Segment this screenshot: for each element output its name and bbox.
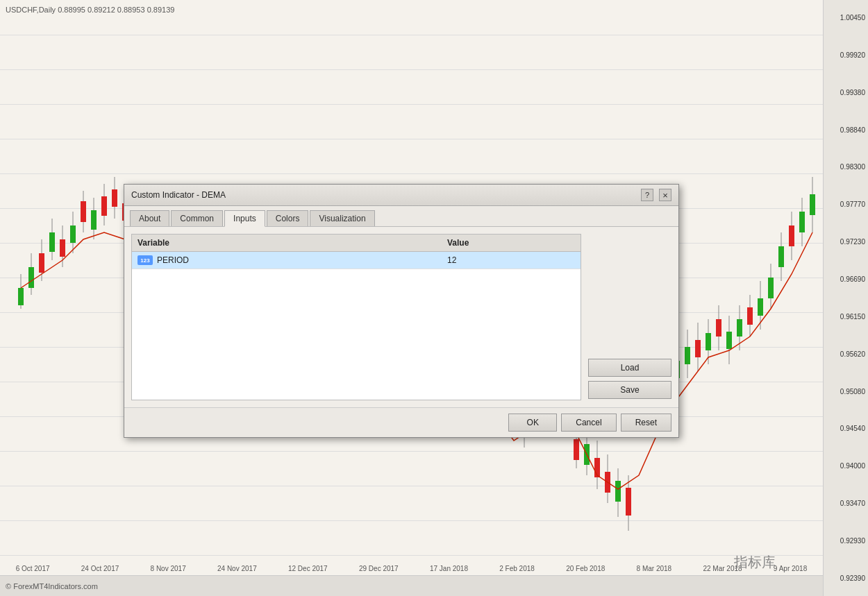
period-icon: 123 (137, 255, 153, 265)
reset-button[interactable]: Reset (621, 414, 671, 432)
price-label: 0.92930 (826, 537, 865, 545)
price-label: 0.99380 (826, 89, 865, 96)
svg-rect-9 (60, 239, 65, 257)
side-buttons: Load Save (588, 234, 671, 400)
x-label: 8 Mar 2018 (637, 565, 672, 572)
tab-common[interactable]: Common (171, 210, 223, 226)
svg-rect-123 (706, 333, 711, 350)
svg-rect-137 (778, 246, 784, 267)
tab-inputs[interactable]: Inputs (224, 210, 265, 227)
x-label: 2 Feb 2018 (499, 565, 535, 572)
x-axis: 6 Oct 2017 24 Oct 2017 8 Nov 2017 24 Nov… (0, 561, 823, 575)
svg-rect-127 (726, 332, 732, 349)
price-label: 0.98840 (826, 126, 865, 134)
dialog-content: Variable Value 123 PERIOD 12 Load Save (124, 227, 678, 407)
x-label: 24 Nov 2017 (217, 565, 257, 572)
tabs-bar: About Common Inputs Colors Visualization (124, 206, 678, 227)
x-label: 8 Nov 2017 (151, 565, 186, 572)
svg-rect-113 (626, 488, 631, 516)
price-label: 0.92390 (826, 574, 865, 582)
svg-rect-119 (685, 347, 690, 364)
price-label: 0.99920 (826, 51, 865, 59)
price-label: 0.97770 (826, 201, 865, 208)
dialog-controls: ? × (641, 189, 671, 201)
price-axis: 1.00450 0.99920 0.99380 0.98840 0.98300 … (823, 0, 868, 596)
dialog-footer: OK Cancel Reset (124, 407, 678, 437)
x-label: 24 Oct 2017 (81, 565, 119, 572)
value-cell[interactable]: 12 (442, 252, 581, 269)
custom-indicator-dialog[interactable]: Custom Indicator - DEMA ? × About Common… (124, 184, 679, 438)
svg-rect-121 (695, 340, 701, 357)
tab-visualization[interactable]: Visualization (310, 210, 374, 226)
price-label: 0.96150 (826, 313, 865, 321)
price-label: 0.93470 (826, 500, 865, 507)
svg-rect-129 (737, 319, 742, 337)
dialog-close-button[interactable]: × (659, 189, 671, 201)
svg-rect-111 (615, 481, 621, 502)
svg-rect-5 (39, 253, 44, 273)
dialog-title: Custom Indicator - DEMA (131, 190, 226, 200)
chart-header-label: USDCHF,Daily 0.88995 0.89212 0.88953 0.8… (6, 6, 174, 14)
svg-rect-1 (18, 288, 24, 305)
watermark-right: 指标库 (734, 553, 776, 572)
svg-rect-125 (716, 319, 721, 337)
svg-rect-11 (70, 225, 76, 243)
x-label: 17 Jan 2018 (430, 565, 468, 572)
price-label: 0.95080 (826, 388, 865, 395)
tab-about[interactable]: About (130, 210, 169, 226)
price-label: 0.96690 (826, 275, 865, 283)
x-label: 12 Dec 2017 (288, 565, 328, 572)
svg-rect-133 (758, 298, 763, 316)
svg-rect-3 (28, 267, 34, 288)
svg-rect-135 (768, 278, 774, 298)
svg-rect-143 (810, 194, 815, 215)
svg-rect-131 (747, 307, 753, 325)
table-header: Variable Value (132, 235, 581, 252)
price-label: 0.98300 (826, 163, 865, 171)
svg-rect-7 (49, 232, 55, 252)
dialog-help-button[interactable]: ? (641, 189, 653, 201)
svg-rect-141 (799, 212, 805, 232)
table-row[interactable]: 123 PERIOD 12 (132, 252, 581, 269)
svg-rect-15 (91, 210, 97, 230)
svg-rect-19 (112, 189, 117, 207)
variable-label: PERIOD (157, 255, 189, 265)
save-button[interactable]: Save (588, 381, 671, 399)
x-label: 20 Feb 2018 (566, 565, 605, 572)
watermark-text: © ForexMT4Indicators.com (6, 582, 98, 590)
column-header-value: Value (442, 235, 581, 251)
price-label: 0.94540 (826, 425, 865, 432)
svg-rect-139 (789, 225, 794, 246)
x-label: 29 Dec 2017 (359, 565, 399, 572)
load-button[interactable]: Load (588, 359, 671, 377)
svg-rect-17 (101, 196, 107, 216)
svg-rect-13 (81, 201, 86, 222)
price-label: 0.95620 (826, 350, 865, 358)
column-header-variable: Variable (132, 235, 442, 251)
x-label: 6 Oct 2017 (16, 565, 50, 572)
bottom-bar: © ForexMT4Indicators.com (0, 575, 823, 596)
cancel-button[interactable]: Cancel (561, 414, 616, 432)
price-label: 0.94000 (826, 462, 865, 470)
dialog-titlebar: Custom Indicator - DEMA ? × (124, 185, 678, 206)
tab-colors[interactable]: Colors (267, 210, 309, 226)
price-label: 1.00450 (826, 14, 865, 22)
ok-button[interactable]: OK (508, 414, 557, 432)
x-label: 9 Apr 2018 (774, 565, 807, 572)
variable-cell: 123 PERIOD (132, 252, 442, 269)
inputs-table: Variable Value 123 PERIOD 12 (131, 234, 581, 400)
price-label: 0.97230 (826, 238, 865, 246)
svg-rect-103 (574, 439, 579, 460)
